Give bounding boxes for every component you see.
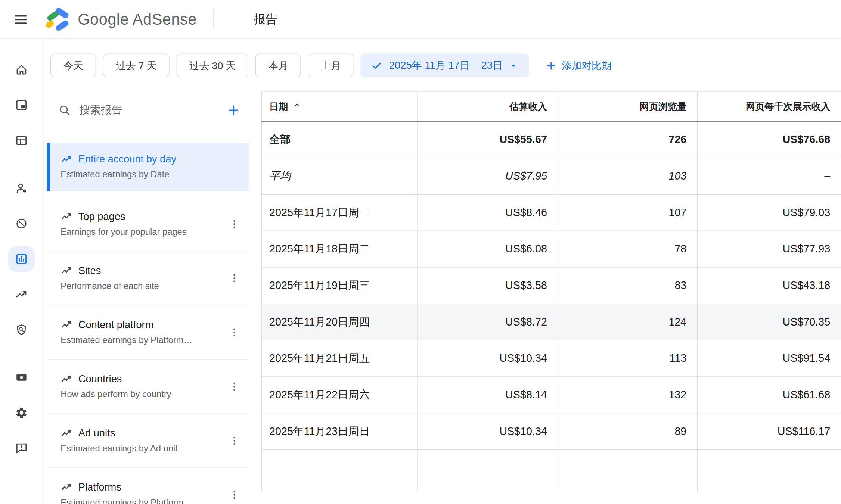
chip-this-month[interactable]: 本月 xyxy=(255,54,301,77)
report-item-sites[interactable]: Sites Performance of each site xyxy=(47,252,249,306)
cell-rpm: US$61.68 xyxy=(698,377,841,413)
trending-up-icon xyxy=(15,288,28,301)
selected-date-range-chip[interactable]: 2025年 11月 17日 – 23日 xyxy=(361,54,529,77)
insights-icon xyxy=(60,482,72,494)
plus-icon xyxy=(227,103,240,116)
cell-earnings: US$10.34 xyxy=(418,413,558,450)
report-item-content-platform[interactable]: Content platform Estimated earnings by P… xyxy=(47,306,249,360)
nav-blocking-controls[interactable] xyxy=(8,211,35,236)
cell-earnings: US$55.67 xyxy=(418,121,558,158)
cell-rpm: – xyxy=(698,158,841,195)
cell-earnings: US$10.34 xyxy=(418,340,558,377)
cell-pageviews: 89 xyxy=(558,413,697,450)
report-item-title: Top pages xyxy=(78,211,125,223)
brand-logo[interactable]: Google AdSense xyxy=(45,8,197,31)
cell-pageviews: 132 xyxy=(558,377,697,413)
cell-earnings: US$7.95 xyxy=(418,158,558,195)
column-header-rpm[interactable]: 网页每千次展示收入 xyxy=(698,91,841,121)
cell-earnings: US$6.08 xyxy=(418,231,558,267)
cell-date: 2025年11月22日周六 xyxy=(261,377,418,413)
add-comparison-button[interactable]: 添加对比期 xyxy=(543,58,615,73)
sites-icon xyxy=(15,134,28,147)
cell-rpm: US$43.18 xyxy=(698,267,841,304)
nav-policy-center[interactable] xyxy=(8,317,35,343)
kebab-more-icon xyxy=(229,327,240,339)
nav-home[interactable] xyxy=(8,57,35,83)
search-icon xyxy=(59,104,71,116)
report-item-countries[interactable]: Countries How ads perform by country xyxy=(47,360,249,414)
nav-payments[interactable] xyxy=(8,365,35,391)
brand-text: Google AdSense xyxy=(78,10,197,28)
sort-arrow-up-icon xyxy=(292,102,301,111)
nav-optimization[interactable] xyxy=(8,281,35,307)
account-person-icon xyxy=(15,182,28,195)
chip-today[interactable]: 今天 xyxy=(50,54,96,77)
table-row: 2025年11月19日周三 US$3.58 83 US$43.18 xyxy=(261,267,841,304)
report-item-menu-button[interactable] xyxy=(224,214,245,235)
cell-pageviews: 78 xyxy=(558,231,697,267)
cell-date: 2025年11月21日周五 xyxy=(261,340,418,377)
add-report-button[interactable] xyxy=(223,99,244,121)
report-item-subtitle: Estimated earnings by Ad unit xyxy=(60,442,226,454)
chip-last-month[interactable]: 上月 xyxy=(308,54,354,77)
report-item-platforms[interactable]: Platforms Estimated earnings by Platform xyxy=(47,468,249,504)
nav-settings[interactable] xyxy=(8,400,35,426)
report-item-top-pages[interactable]: Top pages Earnings for your popular page… xyxy=(47,197,249,252)
table-row: 2025年11月21日周五 US$10.34 113 US$91.54 xyxy=(261,340,841,377)
column-header-date[interactable]: 日期 xyxy=(269,100,301,113)
cell-pageviews: 726 xyxy=(558,121,697,158)
report-item-menu-button[interactable] xyxy=(224,376,245,397)
kebab-more-icon xyxy=(229,435,240,447)
chip-last-30-days[interactable]: 过去 30 天 xyxy=(177,54,249,77)
home-icon xyxy=(15,63,28,76)
nav-account[interactable] xyxy=(8,175,35,201)
payments-icon xyxy=(15,371,28,384)
column-header-pageviews[interactable]: 网页浏览量 xyxy=(558,91,697,121)
main-content: 今天 过去 7 天 过去 30 天 本月 上月 2025年 11月 17日 – … xyxy=(43,38,841,504)
report-item-title: Sites xyxy=(78,265,101,277)
report-item-subtitle: Performance of each site xyxy=(60,280,226,292)
reports-bar-chart-icon xyxy=(15,252,28,265)
insights-icon xyxy=(60,211,72,223)
cell-rpm: US$70.35 xyxy=(698,304,841,340)
report-item-subtitle: Estimated earnings by Date xyxy=(60,168,226,180)
report-search-row xyxy=(47,91,249,129)
report-item-menu-button[interactable] xyxy=(224,430,245,451)
report-item-title: Platforms xyxy=(78,482,121,494)
policy-shield-icon xyxy=(15,323,28,336)
table-row-total: 全部 US$55.67 726 US$76.68 xyxy=(261,121,841,158)
cell-date: 2025年11月17日周一 xyxy=(261,195,418,231)
insights-icon xyxy=(60,373,72,385)
chip-last-7-days[interactable]: 过去 7 天 xyxy=(103,54,170,77)
cell-earnings: US$8.14 xyxy=(418,377,558,413)
cell-earnings: US$8.72 xyxy=(418,304,558,340)
report-item-entire-account[interactable]: Entire account by day Estimated earnings… xyxy=(47,143,249,191)
insights-icon xyxy=(60,265,72,277)
cell-pageviews: 113 xyxy=(558,340,697,377)
cell-date: 全部 xyxy=(261,121,418,158)
table-row: 2025年11月17日周一 US$8.46 107 US$79.03 xyxy=(261,195,841,231)
search-reports-input[interactable] xyxy=(78,103,223,116)
column-header-earnings[interactable]: 估算收入 xyxy=(418,91,558,121)
report-item-ad-units[interactable]: Ad units Estimated earnings by Ad unit xyxy=(47,414,249,468)
cell-earnings: US$8.46 xyxy=(418,195,558,231)
caret-down-icon xyxy=(509,61,518,70)
report-item-menu-button[interactable] xyxy=(224,268,245,289)
nav-ads[interactable] xyxy=(8,92,35,118)
nav-feedback[interactable] xyxy=(8,435,35,461)
insights-icon xyxy=(60,153,72,165)
topbar-divider xyxy=(213,9,213,29)
table-filler-row xyxy=(261,449,841,492)
nav-reports[interactable] xyxy=(8,246,35,272)
cell-pageviews: 103 xyxy=(558,158,697,195)
adsense-logo-icon xyxy=(45,8,71,31)
report-item-menu-button[interactable] xyxy=(224,322,245,343)
nav-sites[interactable] xyxy=(8,128,35,153)
report-item-menu-button[interactable] xyxy=(224,484,245,504)
hamburger-menu-button[interactable] xyxy=(7,6,33,32)
insights-icon xyxy=(60,319,72,331)
kebab-more-icon xyxy=(229,218,240,230)
table-row: 2025年11月18日周二 US$6.08 78 US$77.93 xyxy=(261,231,841,267)
date-range-toolbar: 今天 过去 7 天 过去 30 天 本月 上月 2025年 11月 17日 – … xyxy=(50,54,615,77)
cell-rpm: US$79.03 xyxy=(698,195,841,231)
